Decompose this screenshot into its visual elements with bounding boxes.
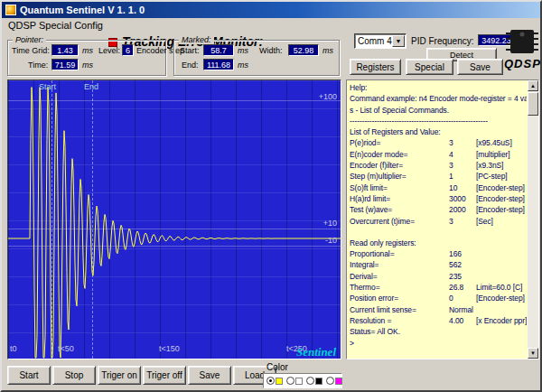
marked-end-unit: ms	[238, 61, 248, 70]
trigger-on-button[interactable]: Triger on	[98, 366, 141, 385]
readonly-row: Integral=562	[350, 259, 527, 270]
pid-frequency-label: PID Frequency:	[411, 36, 473, 46]
chip-icon	[504, 27, 540, 60]
radio-yellow[interactable]	[266, 377, 275, 385]
scroll-down-icon[interactable]: ▼	[528, 348, 538, 359]
time-value: 71.59	[51, 59, 79, 70]
marked-group-label: Marked:	[179, 35, 214, 44]
color-group	[263, 373, 342, 388]
register-row: H(a)rd limit=3000[Encoder-step]	[350, 193, 527, 204]
title-bar[interactable]: Quantum Sentinel V 1. 1. 0	[2, 2, 540, 18]
menu-bar: QDSP Special Config	[2, 18, 540, 33]
color-option-magenta[interactable]	[326, 377, 342, 385]
time-grid-value: 1.43	[51, 44, 79, 56]
register-row: Step (m)ultiplier=1[PC-step]	[350, 171, 527, 182]
start-button[interactable]: Start	[7, 366, 51, 385]
readonly-row: Derival=235	[350, 271, 527, 282]
register-row: E(n)coder mode=4[multiplier]	[350, 149, 527, 160]
help-title: Help:	[350, 82, 527, 93]
sentinel-watermark: Sentinel	[296, 345, 336, 359]
swatch-black	[315, 378, 322, 385]
color-group-label: Color	[266, 362, 288, 372]
start-marker-label: Start	[39, 82, 56, 91]
pointer-group-label: Pointer:	[13, 35, 46, 44]
readonly-row: Thermo=26.8Limit=60.0 [C]	[350, 282, 527, 293]
color-option-white[interactable]	[286, 377, 303, 385]
time-unit: ms	[82, 61, 93, 70]
marked-end-value: 111.68	[203, 59, 234, 70]
window-title: Quantum Sentinel V 1. 1. 0	[20, 5, 145, 15]
help-divider: ----------------------------------------…	[350, 116, 527, 126]
readonly-header: Read only registers:	[350, 238, 527, 248]
help-text: Help: Command example: n4 Encoder mode-r…	[350, 82, 527, 357]
command-prompt[interactable]: >	[350, 338, 527, 349]
special-button[interactable]: Special	[406, 59, 453, 75]
app-icon	[5, 5, 16, 15]
level-label: Level:	[98, 46, 120, 55]
app-window: Quantum Sentinel V 1. 1. 0 QDSP Special …	[0, 0, 542, 392]
plot-area[interactable]: Start End +100 +10 -10 t0 t<50 t<150 t<2…	[7, 79, 341, 359]
end-marker-label: End	[84, 82, 98, 91]
radio-white[interactable]	[286, 377, 294, 385]
registers-header: List of Registers and Value:	[350, 126, 527, 137]
marked-group: Marked: Start: 58.7 ms Width: 52.98 ms E…	[173, 40, 340, 76]
comm-port-select[interactable]: Comm 4 ▼	[354, 33, 406, 49]
swatch-white	[295, 378, 303, 385]
radio-black[interactable]	[306, 377, 314, 385]
marked-width-value: 52.98	[288, 44, 319, 56]
comm-port-value: Comm 4	[358, 36, 392, 46]
level-value: 6	[122, 44, 134, 56]
stop-button[interactable]: Stop	[52, 366, 96, 385]
color-option-black[interactable]	[306, 377, 322, 385]
y-label-100: +100	[319, 92, 337, 101]
radio-magenta[interactable]	[326, 377, 334, 385]
y-label-minus10: -10	[325, 236, 337, 245]
swatch-magenta	[335, 378, 342, 385]
x-label-t0: t0	[10, 344, 17, 353]
scrollbar-thumb[interactable]	[528, 92, 538, 116]
readonly-row: Resolution =4.00[x Encoder ppr]	[350, 315, 527, 326]
main-content: Tracking Error Monitor: Comm 4 ▼ PID Fre…	[2, 33, 540, 390]
marked-start-label: Start:	[180, 46, 200, 55]
menu-qdsp-special-config[interactable]: QDSP Special Config	[2, 19, 109, 32]
register-row: S(o)ft limit=10[Encoder-step]	[350, 182, 527, 193]
time-label: Time:	[28, 61, 48, 70]
swatch-yellow	[276, 378, 283, 385]
help-panel: Help: Command example: n4 Encoder mode-r…	[346, 79, 539, 359]
help-special-line: s - List of Special Commands.	[350, 105, 527, 116]
pointer-group: Pointer: Time Grid: 1.43 ms Level: 6 Enc…	[7, 40, 166, 76]
help-scrollbar[interactable]: ▲ ▼	[528, 80, 538, 359]
status-line: Status= All OK.	[350, 326, 527, 337]
marked-width-label: Width:	[259, 46, 283, 55]
time-grid-unit: ms	[82, 46, 93, 55]
scroll-up-icon[interactable]: ▲	[528, 80, 538, 91]
y-label-plus10: +10	[323, 219, 337, 228]
waveform-trace	[8, 80, 341, 359]
marked-start-value: 58.7	[203, 44, 234, 56]
help-example-line: Command example: n4 Encoder mode-registe…	[350, 93, 527, 104]
save-config-button[interactable]: Save	[457, 59, 503, 75]
qdsp-logo: QDSP	[504, 57, 541, 70]
chevron-down-icon[interactable]: ▼	[392, 35, 405, 47]
readonly-row: Position error=0[Encoder-step]	[350, 293, 527, 303]
readonly-row: Proportional=166	[350, 248, 527, 259]
register-row: P(e)riod=3[x95.45uS]	[350, 137, 527, 148]
x-label-t150: t<150	[159, 344, 180, 353]
trigger-off-button[interactable]: Triger off	[143, 366, 186, 385]
time-grid-label: Time Grid:	[12, 46, 50, 55]
marked-width-unit: ms	[322, 46, 333, 55]
register-row: Encoder (f)ilter=3[x9.3nS]	[350, 160, 527, 171]
readonly-row: Current limit sense=Normal	[350, 304, 527, 315]
register-row: Test (w)ave=2000[Encoder-step]	[350, 204, 527, 215]
registers-button[interactable]: Registers	[350, 59, 401, 75]
marked-start-unit: ms	[238, 46, 248, 55]
blank-line	[350, 227, 527, 238]
save-button[interactable]: Save	[188, 366, 231, 385]
x-label-t50: t<50	[58, 344, 74, 353]
color-option-yellow[interactable]	[266, 377, 283, 385]
register-row: Overcurrent (t)ime=3[Sec]	[350, 216, 527, 227]
marked-end-label: End:	[182, 61, 199, 70]
